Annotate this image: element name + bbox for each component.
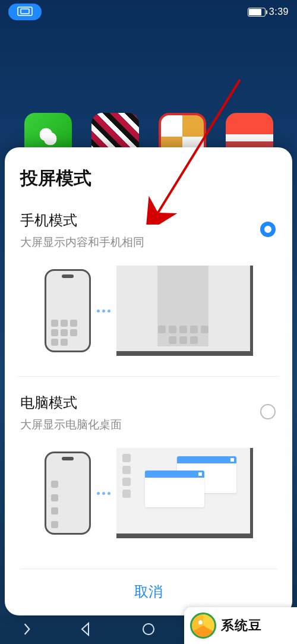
nav-home-button[interactable] bbox=[140, 621, 157, 637]
tv-graphic bbox=[116, 448, 253, 538]
phone-graphic bbox=[45, 269, 91, 352]
clock: 3:39 bbox=[269, 7, 289, 17]
dots-icon bbox=[97, 310, 110, 312]
cast-mode-dialog: 投屏模式 手机模式 大屏显示内容和手机相同 电脑模式 大屏显示电脑化桌面 bbox=[5, 147, 292, 615]
option-title: 电脑模式 bbox=[20, 393, 277, 412]
battery-icon bbox=[248, 8, 266, 17]
option-title: 手机模式 bbox=[20, 211, 277, 230]
watermark-text: 系统豆 bbox=[221, 617, 262, 634]
option-phone-mode[interactable]: 手机模式 大屏显示内容和手机相同 bbox=[20, 211, 277, 376]
svg-rect-0 bbox=[18, 7, 32, 15]
status-right: 3:39 bbox=[248, 7, 289, 17]
svg-rect-1 bbox=[21, 9, 29, 14]
option-desc: 大屏显示电脑化桌面 bbox=[20, 417, 277, 433]
watermark: 系统豆 bbox=[184, 607, 297, 644]
illustration-desktop-mode bbox=[20, 448, 277, 538]
svg-point-3 bbox=[143, 624, 154, 634]
cast-icon bbox=[17, 6, 33, 18]
nav-back-button[interactable] bbox=[77, 621, 94, 637]
illustration-phone-mode bbox=[20, 266, 277, 356]
option-desc: 大屏显示内容和手机相同 bbox=[20, 235, 277, 250]
watermark-logo-icon bbox=[190, 613, 216, 639]
status-bar: 3:39 bbox=[0, 0, 297, 24]
radio-selected-icon[interactable] bbox=[260, 222, 276, 237]
phone-graphic bbox=[45, 452, 91, 535]
tv-graphic bbox=[116, 266, 253, 356]
radio-unselected-icon[interactable] bbox=[260, 404, 276, 419]
dialog-title: 投屏模式 bbox=[20, 166, 277, 191]
option-desktop-mode[interactable]: 电脑模式 大屏显示电脑化桌面 bbox=[20, 393, 277, 558]
nav-side-chevron[interactable] bbox=[23, 621, 31, 637]
status-left bbox=[8, 4, 42, 20]
divider bbox=[18, 376, 279, 377]
cast-indicator-pill[interactable] bbox=[8, 4, 42, 20]
dots-icon bbox=[97, 492, 110, 495]
